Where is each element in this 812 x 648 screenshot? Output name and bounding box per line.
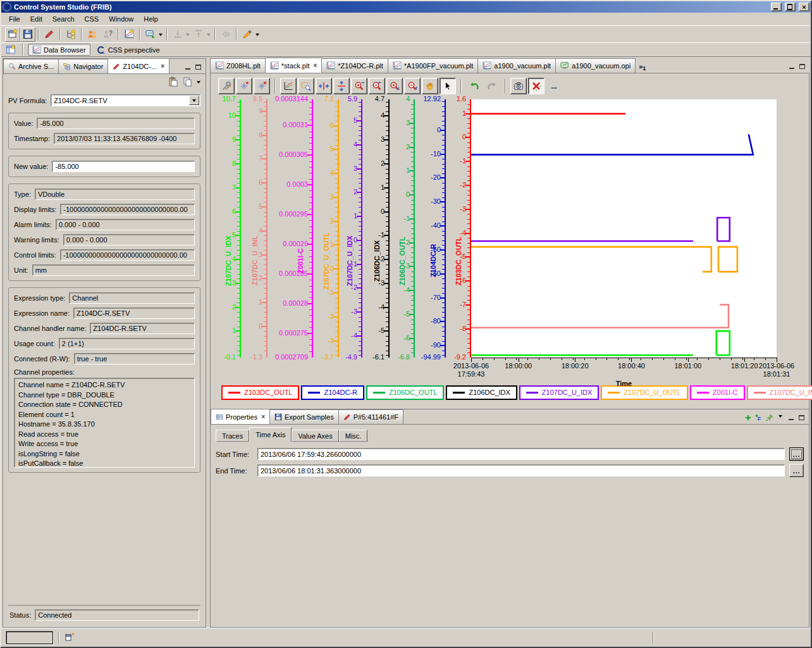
redo-button[interactable] xyxy=(484,78,500,94)
y-axis-line[interactable] xyxy=(388,99,390,358)
menu-css[interactable]: CSS xyxy=(80,13,104,25)
end-time-input[interactable]: 2013/06/06 18:01:31.363000000 xyxy=(257,464,785,477)
pan-button[interactable] xyxy=(422,78,438,94)
back-button[interactable] xyxy=(218,27,233,42)
minimize-properties-button[interactable] xyxy=(786,413,796,421)
save-button[interactable] xyxy=(20,27,35,42)
legend-item[interactable]: Z106DC_IDX xyxy=(446,385,517,400)
pointer-button[interactable] xyxy=(440,78,456,94)
tab-archive-search[interactable]: Archive S... xyxy=(3,59,59,73)
maximize-view-button[interactable] xyxy=(194,63,203,71)
menu-search[interactable]: Search xyxy=(47,13,80,25)
minimize-view-button[interactable] xyxy=(183,63,192,71)
zoom-out-vertical-button[interactable] xyxy=(404,78,421,94)
undo-button[interactable] xyxy=(466,78,483,94)
export-dropdown[interactable] xyxy=(207,34,211,38)
y-axis-line[interactable] xyxy=(470,99,471,358)
fast-view-button[interactable] xyxy=(65,632,75,644)
import-dropdown[interactable] xyxy=(186,34,190,38)
zoom-in-vertical-button[interactable] xyxy=(386,78,403,94)
close-tab-icon[interactable]: × xyxy=(261,413,265,420)
remove-markers-button[interactable] xyxy=(528,78,544,94)
export-button[interactable] xyxy=(191,27,206,42)
title-bar[interactable]: Control System Studio (FRIB) × xyxy=(1,1,811,13)
horizontal-adjust-button[interactable] xyxy=(316,78,332,94)
users-button[interactable] xyxy=(85,27,100,42)
new-tree-item-button[interactable] xyxy=(63,27,78,42)
open-display-dropdown[interactable] xyxy=(159,34,163,38)
restore-button[interactable] xyxy=(785,3,796,11)
open-display-button[interactable] xyxy=(143,27,158,42)
close-tab-icon[interactable]: × xyxy=(313,62,317,69)
zoom-in-horizontal-button[interactable] xyxy=(351,78,367,94)
editor-tab-a1900-vacuum-opi[interactable]: a1900_vacuum.opi xyxy=(555,58,636,73)
toolbar-overflow-button[interactable]: ... xyxy=(546,78,562,94)
editor-tab-overflow[interactable]: » 1 xyxy=(635,61,649,73)
start-time-input[interactable]: 2013/06/06 17:59:43.266000000 xyxy=(257,448,785,460)
legend-item[interactable]: Z107DC_U_INL xyxy=(747,385,812,400)
perspective-css[interactable]: CSS perspective xyxy=(92,44,164,56)
import-button[interactable] xyxy=(170,27,185,42)
channel-properties-box[interactable]: Channel name = Z104DC-R.SETV Channel typ… xyxy=(14,378,195,468)
zoom-out-horizontal-button[interactable] xyxy=(369,78,385,94)
plot-area[interactable] xyxy=(471,99,777,358)
menu-edit[interactable]: Edit xyxy=(25,13,47,25)
add-annotation-button[interactable] xyxy=(236,78,252,94)
add-axis-button[interactable] xyxy=(743,413,753,421)
view-menu-button[interactable] xyxy=(775,413,785,421)
tab-probe-p5[interactable]: P#5:411461#F xyxy=(338,409,403,424)
add-formula-button[interactable] xyxy=(754,413,763,421)
open-perspective-button[interactable] xyxy=(4,44,18,56)
copy-dropdown[interactable] xyxy=(197,81,200,85)
maximize-properties-button[interactable] xyxy=(797,413,806,421)
vertical-adjust-button[interactable] xyxy=(333,78,350,94)
legend-item[interactable]: Z107DC_U_IDX xyxy=(519,385,599,400)
editor-tab-stack[interactable]: *stack.plt × xyxy=(265,58,322,73)
snapshot-button[interactable] xyxy=(510,78,527,94)
tab-export-samples[interactable]: Export Samples xyxy=(269,409,339,424)
minimize-button[interactable] xyxy=(771,3,782,11)
editor-tab-a1900fp-vacuum[interactable]: *A1900FP_vacuum.plt xyxy=(388,58,478,73)
close-button[interactable]: × xyxy=(799,3,809,11)
rubberband-zoom-button[interactable] xyxy=(298,78,314,94)
new-plot-button[interactable] xyxy=(121,27,137,42)
marker-button[interactable] xyxy=(240,27,255,42)
user-unknown-button[interactable] xyxy=(100,27,115,42)
tab-time-axis[interactable]: Time Axis xyxy=(249,427,292,442)
start-time-browse-button[interactable]: ... xyxy=(789,447,804,461)
marker-dropdown[interactable] xyxy=(255,34,259,38)
menu-help[interactable]: Help xyxy=(138,13,163,25)
remove-annotation-button[interactable] xyxy=(254,78,270,94)
new-wizard-button[interactable] xyxy=(5,27,20,42)
end-time-browse-button[interactable]: ... xyxy=(789,464,804,477)
pin-view-button[interactable] xyxy=(765,413,774,421)
legend-item[interactable]: Z103DC_OUTL xyxy=(221,385,299,400)
probe-button[interactable] xyxy=(42,27,57,42)
maximize-editor-button[interactable] xyxy=(797,62,807,70)
paste-pv-button[interactable] xyxy=(167,75,180,88)
editor-tab-z104dc-r[interactable]: *Z104DC-R.plt xyxy=(321,58,388,73)
tab-navigator[interactable]: Navigator xyxy=(58,59,108,73)
editor-tab-a1900-vacuum-plt[interactable]: a1900_vacuum.plt xyxy=(477,58,556,73)
configure-settings-button[interactable] xyxy=(218,78,235,94)
editor-tab-z008hl[interactable]: Z008HL.plt xyxy=(210,58,266,73)
legend-item[interactable]: Z104DC-R xyxy=(301,385,364,400)
minimize-editor-button[interactable] xyxy=(787,62,796,70)
copy-pv-button[interactable] xyxy=(181,75,194,88)
menu-file[interactable]: File xyxy=(4,13,25,25)
tab-value-axes[interactable]: Value Axes xyxy=(292,430,338,442)
perspective-data-browser[interactable]: Data Browser xyxy=(28,44,90,56)
stagger-axes-button[interactable] xyxy=(280,78,297,94)
tab-probe-z104dc[interactable]: Z104DC-... × xyxy=(108,58,169,73)
plot-canvas[interactable]: 10.7-0.110987654321Z107DC_U_IDX9.5-1.398… xyxy=(211,96,811,382)
legend-item[interactable]: Z106DC_OUTL xyxy=(366,385,444,400)
tab-misc[interactable]: Misc. xyxy=(339,430,368,442)
new-value-input[interactable]: -85.000 xyxy=(52,161,195,172)
y-axis-line[interactable] xyxy=(266,99,268,358)
close-tab-icon[interactable]: × xyxy=(161,63,164,70)
menu-window[interactable]: Window xyxy=(104,13,138,25)
legend-item[interactable]: Z001I-C xyxy=(690,385,745,400)
tab-properties[interactable]: Properties × xyxy=(211,409,270,424)
tab-traces[interactable]: Traces xyxy=(216,430,249,442)
pv-formula-combo[interactable]: Z104DC-R.SETV xyxy=(51,94,200,106)
